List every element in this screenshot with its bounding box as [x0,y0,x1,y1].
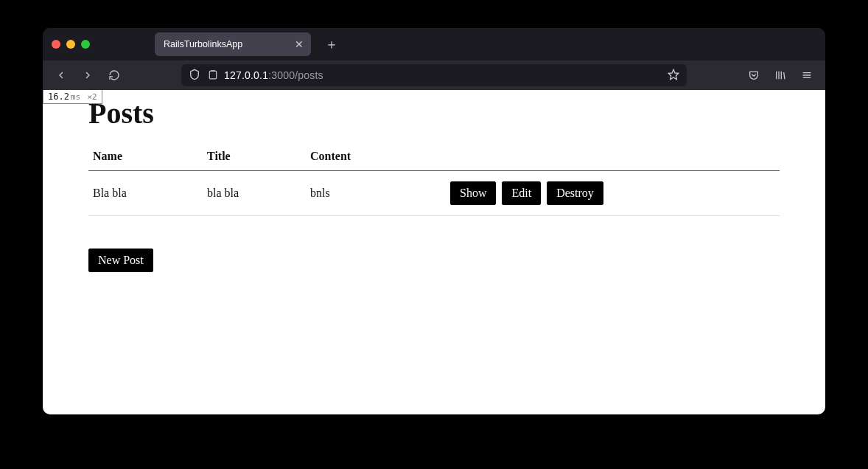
url-host: 127.0.0.1 [224,69,268,81]
column-header-actions [446,144,780,171]
cell-title: bla bla [203,171,306,216]
table-row: Bla bla bla bla bnls Show Edit Destroy [88,171,780,216]
forward-button[interactable] [77,64,99,86]
close-tab-icon[interactable]: ✕ [295,39,304,49]
cell-content: bnls [306,171,446,216]
profiler-multiplier: ×2 [87,92,97,102]
svg-rect-0 [209,71,216,79]
tab-title: RailsTurbolinksApp [164,39,242,49]
close-window-button[interactable] [52,40,60,49]
page-viewport: 16.2ms ×2 Posts Name Title Content Bla b… [43,90,825,414]
edit-button[interactable]: Edit [502,181,541,205]
toolbar-right [743,64,818,86]
browser-tab[interactable]: RailsTurbolinksApp ✕ [155,32,311,56]
browser-toolbar: 127.0.0.1:3000/posts [43,60,825,90]
new-post-button[interactable]: New Post [88,249,153,272]
profiler-time: 16.2 [48,91,69,102]
mini-profiler-badge[interactable]: 16.2ms ×2 [43,90,102,104]
pocket-icon[interactable] [743,64,765,86]
back-button[interactable] [50,64,72,86]
destroy-button[interactable]: Destroy [547,181,603,205]
maximize-window-button[interactable] [81,40,90,49]
cell-name: Bla bla [88,171,203,216]
page-title: Posts [88,96,780,131]
tab-strip: RailsTurbolinksApp ✕ ＋ [43,28,825,60]
bookmark-star-icon[interactable] [668,69,679,83]
browser-window: RailsTurbolinksApp ✕ ＋ 127.0.0.1:3 [43,28,825,414]
address-bar[interactable]: 127.0.0.1:3000/posts [181,64,687,86]
column-header-content: Content [306,144,446,171]
profiler-unit: ms [71,92,80,102]
page-content: Posts Name Title Content Bla bla bla bla… [43,96,825,294]
menu-icon[interactable] [796,64,818,86]
shield-icon[interactable] [189,69,200,83]
page-info-icon[interactable] [208,69,218,82]
show-button[interactable]: Show [450,181,496,205]
minimize-window-button[interactable] [66,40,75,49]
svg-marker-1 [668,69,678,79]
column-header-title: Title [203,144,306,171]
cell-actions: Show Edit Destroy [446,171,780,216]
new-tab-button[interactable]: ＋ [321,34,342,55]
posts-table: Name Title Content Bla bla bla bla bnls … [88,144,780,216]
reload-button[interactable] [103,64,125,86]
column-header-name: Name [88,144,203,171]
url-text: 127.0.0.1:3000/posts [224,69,662,81]
window-controls [52,40,90,49]
url-path: :3000/posts [268,69,323,81]
library-icon[interactable] [769,64,791,86]
